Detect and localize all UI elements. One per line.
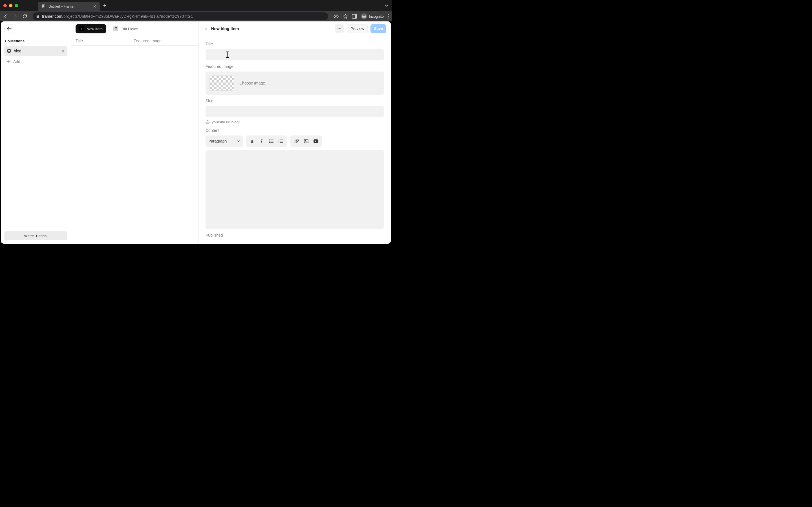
ordered-list-icon: 123 [278,139,283,143]
panel-icon[interactable] [352,14,357,18]
svg-point-10 [341,28,342,29]
panel-title: New blog Item [211,26,332,31]
video-icon [313,139,318,143]
incognito-badge[interactable]: Incognito [361,13,384,19]
svg-point-7 [8,49,11,50]
text-cursor-icon [227,52,227,57]
ordered-list-button[interactable]: 123 [276,136,286,146]
svg-rect-13 [270,140,273,140]
italic-icon: I [261,138,262,144]
eye-off-icon[interactable] [333,14,339,19]
preview-button[interactable]: Preview [347,24,368,33]
content-editor[interactable] [206,150,384,229]
svg-point-25 [305,140,306,141]
svg-point-12 [269,139,270,140]
svg-point-4 [388,14,389,15]
collections-label: Collections [5,39,67,43]
slug-input[interactable] [206,106,384,117]
svg-rect-17 [270,142,273,143]
bullet-list-icon [269,139,273,143]
tab-title: Untitled – Framer [49,4,90,8]
browser-forward-icon [12,13,18,19]
svg-point-6 [388,17,389,18]
title-input[interactable] [206,49,384,60]
bullet-list-button[interactable] [266,136,276,146]
watch-tutorial-button[interactable]: Watch Tutorial [4,231,67,240]
more-menu-button[interactable] [335,24,344,33]
image-button[interactable] [301,136,311,146]
kebab-menu-icon[interactable] [388,14,389,18]
svg-point-5 [388,16,389,17]
svg-point-16 [269,142,270,143]
svg-rect-19 [280,140,283,140]
paragraph-style-select[interactable]: Paragraph [206,135,243,147]
bold-icon: B [251,139,254,144]
title-field-label: Title [206,42,384,46]
url-text: framer.com/projects/Untitled--mZ98oDWaPJ… [42,14,193,18]
content-field-label: Content [206,128,384,133]
featured-image-field-label: Featured Image [206,64,384,69]
column-featured-image: Featured Image [134,39,161,43]
collection-name: blog [14,49,59,53]
svg-rect-3 [355,14,357,18]
link-button[interactable] [292,136,301,146]
slug-field-label: Slug [206,99,384,103]
browser-tab[interactable]: Untitled – Framer ✕ [38,2,100,11]
save-button[interactable]: Save [370,24,386,33]
new-tab-button[interactable]: + [103,3,106,9]
browser-back-icon[interactable] [3,13,8,19]
add-collection-button[interactable]: Add… [4,57,67,66]
window-close-dot[interactable] [3,4,7,7]
framer-favicon-icon [41,4,46,9]
svg-point-9 [339,28,340,29]
tab-close-icon[interactable]: ✕ [93,4,96,9]
plus-icon [7,60,10,63]
browser-reload-icon[interactable] [22,13,28,19]
chevron-down-icon [237,140,240,142]
published-field-label: Published [206,233,384,237]
column-title: Title [75,39,83,43]
close-panel-icon[interactable]: ✕ [203,26,208,31]
svg-point-14 [269,141,270,142]
window-zoom-dot[interactable] [15,4,18,7]
tabs-dropdown-icon[interactable] [385,4,388,7]
svg-rect-23 [280,142,283,143]
incognito-icon [361,13,367,19]
database-icon [7,49,11,53]
globe-icon [206,120,209,124]
collection-item-blog[interactable]: blog 0 [4,46,67,56]
app-back-button[interactable] [4,24,14,33]
featured-image-picker[interactable]: Choose Image… [206,71,384,95]
address-bar[interactable]: framer.com/projects/Untitled--mZ98oDWaPJ… [33,12,328,20]
star-icon[interactable] [343,14,348,19]
video-button[interactable] [311,136,320,146]
plus-icon: + [79,26,84,31]
svg-rect-21 [280,141,283,142]
svg-text:3: 3 [278,142,280,143]
detail-panel: ✕ New blog Item Preview Save Title [199,21,391,244]
italic-button[interactable]: I [257,136,266,146]
image-placeholder-icon [209,75,234,91]
link-icon [294,139,299,144]
external-icon [113,26,118,31]
window-minimize-dot[interactable] [9,4,12,7]
bold-button[interactable]: B [247,136,257,146]
slug-hint-text: yoursite.url/blog/ [212,120,240,124]
svg-point-8 [338,28,339,29]
dots-icon [338,28,342,29]
svg-rect-15 [270,141,273,142]
image-icon [304,139,308,143]
lock-icon [36,14,40,18]
new-item-button[interactable]: + New Item [75,24,106,33]
collection-count: 0 [62,49,64,53]
edit-fields-button[interactable]: Edit Fields [110,24,142,33]
